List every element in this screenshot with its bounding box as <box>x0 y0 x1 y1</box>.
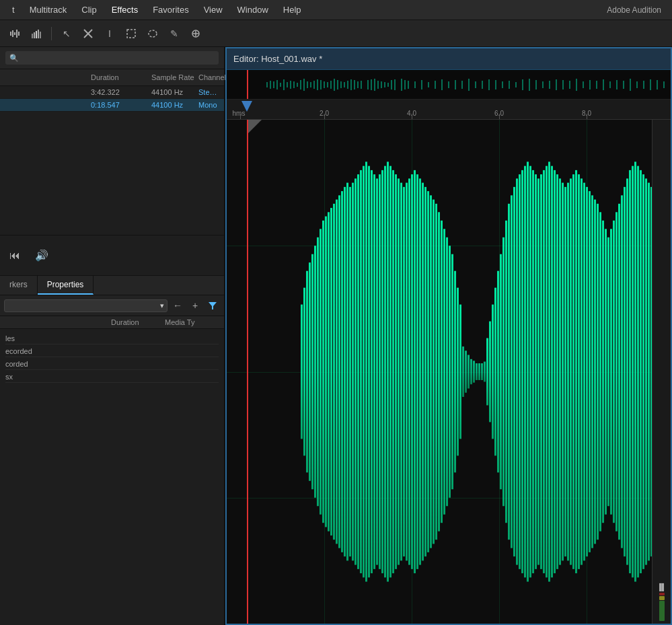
tool-trim[interactable] <box>79 24 98 43</box>
svg-rect-208 <box>599 212 601 531</box>
menu-window[interactable]: Window <box>231 2 275 17</box>
markers-filter-btn[interactable] <box>205 298 220 313</box>
svg-rect-135 <box>403 187 405 556</box>
ruler-tick <box>240 114 241 119</box>
svg-rect-2 <box>14 32 15 35</box>
tool-spectral[interactable] <box>27 24 46 43</box>
svg-rect-108 <box>330 208 332 536</box>
svg-rect-142 <box>422 183 424 561</box>
tool-waveform[interactable] <box>5 24 24 43</box>
svg-rect-218 <box>626 178 628 564</box>
level-meter: ▐▌ <box>652 120 671 624</box>
menu-help[interactable]: Help <box>276 2 308 17</box>
waveform-area[interactable]: ▐▌ <box>227 120 671 624</box>
svg-rect-184 <box>535 174 537 569</box>
file-duration-2: 0:18.547 <box>91 101 151 109</box>
files-section: 🔍 Duration Sample Rate Channels 3:42.322… <box>0 47 224 235</box>
svg-rect-173 <box>505 221 507 523</box>
menu-multitrack[interactable]: Multitrack <box>23 2 74 17</box>
ruler-label-4: 4.0 <box>407 110 416 117</box>
col-markers-mediatype: Media Ty <box>165 318 219 326</box>
ruler-label-6: 6.0 <box>494 110 504 117</box>
svg-rect-147 <box>435 204 437 540</box>
svg-rect-162 <box>476 363 478 380</box>
svg-rect-166 <box>486 338 488 406</box>
svg-rect-156 <box>459 305 461 439</box>
svg-rect-158 <box>465 351 467 392</box>
svg-rect-176 <box>513 187 515 556</box>
marker-group-2: ecorded <box>5 344 219 357</box>
files-table-body: 3:42.322 44100 Hz Stereo 0:18.547 44100 … <box>0 86 224 235</box>
menu-view[interactable]: View <box>197 2 229 17</box>
marker-group-1: les <box>5 332 219 344</box>
svg-rect-157 <box>462 346 464 397</box>
overview-bar[interactable] <box>227 70 671 100</box>
svg-rect-170 <box>497 271 499 473</box>
waveform-playhead <box>247 120 248 624</box>
file-row-selected[interactable]: 0:18.547 44100 Hz Mono <box>0 99 224 112</box>
svg-rect-149 <box>441 221 443 523</box>
svg-rect-202 <box>583 183 585 561</box>
menu-file-partial[interactable]: t <box>5 2 22 17</box>
svg-rect-163 <box>478 363 480 380</box>
svg-rect-215 <box>618 204 620 540</box>
svg-rect-119 <box>360 170 362 573</box>
svg-rect-204 <box>589 191 591 552</box>
menu-effects[interactable]: Effects <box>105 2 145 17</box>
search-input[interactable] <box>22 53 215 63</box>
tool-heal[interactable] <box>186 24 205 43</box>
svg-rect-213 <box>613 221 615 523</box>
tab-markers[interactable]: rkers <box>0 276 38 295</box>
col-header-channels: Channels <box>198 72 219 83</box>
svg-rect-150 <box>443 229 445 514</box>
search-input-wrap[interactable]: 🔍 <box>5 51 219 65</box>
svg-rect-198 <box>572 174 574 569</box>
svg-rect-121 <box>365 161 367 581</box>
editor-title: Editor: Host_001.wav * <box>233 54 322 64</box>
editor-header: Editor: Host_001.wav * <box>227 48 671 70</box>
svg-rect-4 <box>18 32 20 36</box>
menu-clip[interactable]: Clip <box>75 2 103 17</box>
markers-add-btn[interactable]: + <box>188 298 202 313</box>
meter-bar-red <box>659 593 665 595</box>
main-layout: 🔍 Duration Sample Rate Channels 3:42.322… <box>0 47 672 625</box>
markers-tabs: rkers Properties <box>0 276 224 295</box>
svg-rect-210 <box>605 229 607 514</box>
file-name-2 <box>5 101 91 109</box>
file-samplerate-2: 44100 Hz <box>151 101 198 109</box>
svg-rect-185 <box>537 178 539 564</box>
timeline-ruler[interactable]: hms 2.0 4.0 6.0 8.0 <box>227 100 671 120</box>
tool-brush[interactable]: ✎ <box>165 24 184 43</box>
svg-rect-191 <box>554 170 556 573</box>
markers-dropdown[interactable]: ▾ <box>4 299 167 312</box>
svg-rect-115 <box>349 187 351 556</box>
tool-cursor[interactable]: I <box>100 24 119 43</box>
svg-rect-8 <box>38 30 39 38</box>
tool-lasso[interactable] <box>143 24 162 43</box>
volume-icon[interactable]: 🔊 <box>32 246 51 265</box>
file-channels: Stereo <box>198 88 219 96</box>
svg-rect-0 <box>10 32 11 36</box>
svg-rect-159 <box>468 355 470 389</box>
tool-box-select[interactable] <box>122 24 141 43</box>
rewind-button[interactable]: ⏮ <box>5 246 24 265</box>
toolbar: ↖ I ✎ <box>0 20 672 47</box>
svg-rect-194 <box>562 183 564 561</box>
svg-rect-99 <box>306 271 308 473</box>
tool-arrow[interactable]: ↖ <box>57 24 76 43</box>
markers-back-btn[interactable]: ← <box>170 298 185 313</box>
svg-rect-129 <box>387 161 389 581</box>
svg-rect-188 <box>546 166 548 578</box>
col-header-samplerate: Sample Rate <box>151 72 198 83</box>
meter-icon: ▐▌ <box>657 583 666 591</box>
svg-rect-220 <box>632 166 634 578</box>
svg-rect-105 <box>322 221 324 523</box>
svg-rect-161 <box>473 361 475 382</box>
tab-properties[interactable]: Properties <box>38 276 94 295</box>
col-header-name <box>5 72 91 83</box>
svg-rect-169 <box>494 288 496 456</box>
svg-rect-217 <box>624 187 626 556</box>
menu-favorites[interactable]: Favorites <box>146 2 195 17</box>
svg-rect-197 <box>570 178 572 564</box>
file-row[interactable]: 3:42.322 44100 Hz Stereo <box>0 86 224 99</box>
